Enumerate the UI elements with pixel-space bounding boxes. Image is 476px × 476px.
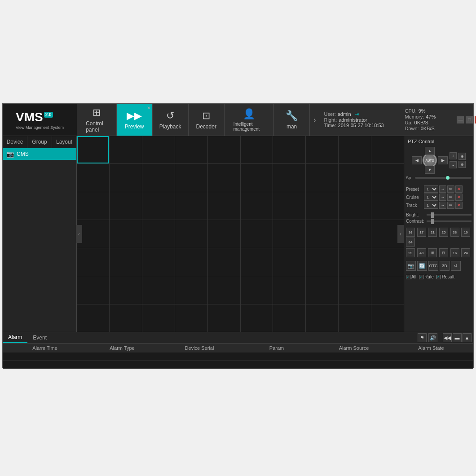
video-cell-18[interactable]: [339, 164, 371, 191]
video-cell-45[interactable]: [241, 248, 273, 276]
bottom-tab-event[interactable]: Event: [27, 333, 52, 343]
layout-48-btn[interactable]: 48: [417, 248, 426, 257]
video-cell-5[interactable]: [241, 136, 273, 163]
sidebar-tab-group[interactable]: Group: [27, 136, 52, 148]
expand-right-button[interactable]: ›: [397, 225, 404, 243]
layout-16-btn[interactable]: 16: [406, 228, 415, 237]
video-cell-55[interactable]: [241, 276, 273, 304]
track-edit-btn[interactable]: ✏: [447, 202, 454, 209]
osd-button[interactable]: OTC: [428, 261, 438, 271]
contrast-thumb[interactable]: [431, 219, 434, 224]
video-cell-38[interactable]: [339, 220, 371, 247]
video-cell-28[interactable]: [339, 192, 371, 220]
video-cell-63[interactable]: [175, 304, 207, 332]
video-cell-7[interactable]: [306, 136, 338, 163]
tab-man[interactable]: 🔧 man: [274, 104, 310, 136]
video-cell-22[interactable]: [142, 192, 175, 220]
ptz-zoom-in-button[interactable]: +: [450, 152, 457, 159]
logout-icon[interactable]: ⇥: [355, 111, 359, 117]
layout-custom1-btn[interactable]: ⊞: [428, 248, 437, 257]
preset-edit-btn[interactable]: ✏: [447, 185, 454, 193]
minimize-button[interactable]: —: [457, 116, 464, 123]
video-cell-43[interactable]: [175, 248, 207, 276]
sidebar-tab-layout[interactable]: Layout: [52, 136, 76, 148]
video-cell-60[interactable]: [77, 304, 109, 332]
preset-go-btn[interactable]: →: [439, 185, 446, 193]
alarm-sound-button[interactable]: 🔊: [428, 333, 437, 342]
cruise-delete-btn[interactable]: ✕: [455, 194, 463, 201]
preview-close-btn[interactable]: ✕: [147, 106, 150, 110]
video-cell-34[interactable]: [208, 220, 240, 247]
video-cell-49[interactable]: [371, 248, 404, 276]
video-cell-68[interactable]: [339, 304, 371, 332]
video-cell-27[interactable]: [306, 192, 338, 220]
bottom-tab-alarm[interactable]: Alarm: [3, 332, 27, 343]
video-cell-57[interactable]: [306, 276, 338, 304]
layout-16s-btn[interactable]: 16: [450, 248, 459, 257]
video-cell-50[interactable]: [77, 276, 109, 304]
video-cell-16[interactable]: [273, 164, 305, 191]
video-cell-23[interactable]: [175, 192, 207, 220]
video-cell-12[interactable]: [142, 164, 175, 191]
layout-64-btn[interactable]: 64: [406, 238, 415, 247]
video-cell-54[interactable]: [208, 276, 240, 304]
sidebar-tab-device[interactable]: Device: [3, 136, 27, 148]
video-cell-44[interactable]: [208, 248, 240, 276]
video-cell-19[interactable]: [371, 164, 404, 191]
video-cell-33[interactable]: [175, 220, 207, 247]
layout-21-btn[interactable]: 21: [428, 228, 437, 237]
tab-playback[interactable]: ↺ Playback: [153, 104, 189, 136]
video-cell-67[interactable]: [306, 304, 338, 332]
layout-36-btn[interactable]: 36: [450, 228, 459, 237]
snapshot-button[interactable]: 📷: [406, 261, 416, 271]
video-cell-51[interactable]: [110, 276, 142, 304]
ptz-zoom-out-button[interactable]: -: [450, 161, 457, 168]
cruise-edit-btn[interactable]: ✏: [447, 194, 454, 201]
video-cell-9[interactable]: [371, 136, 404, 163]
video-cell-36[interactable]: [273, 220, 305, 247]
video-cell-52[interactable]: [142, 276, 175, 304]
video-cell-6[interactable]: [273, 136, 305, 163]
track-go-btn[interactable]: →: [439, 202, 446, 209]
video-cell-47[interactable]: [306, 248, 338, 276]
video-cell-59[interactable]: [371, 276, 404, 304]
alarm-flag-button[interactable]: ⚑: [418, 333, 427, 342]
video-cell-42[interactable]: [142, 248, 175, 276]
tab-intelligent[interactable]: 👤 Intelligent management: [225, 104, 274, 136]
result-checkbox[interactable]: Result: [436, 274, 454, 279]
ptz-left-button[interactable]: ◀: [412, 156, 422, 164]
video-cell-21[interactable]: [110, 192, 142, 220]
video-cell-61[interactable]: [110, 304, 142, 332]
video-cell-35[interactable]: [241, 220, 273, 247]
preset-select[interactable]: 1 2: [424, 185, 438, 193]
tab-decoder[interactable]: ⊡ Decoder: [189, 104, 225, 136]
collapse-sidebar-button[interactable]: ‹: [76, 225, 82, 243]
video-cell-58[interactable]: [339, 276, 371, 304]
speed-thumb[interactable]: [446, 176, 450, 180]
video-cell-32[interactable]: [142, 220, 175, 247]
video-cell-62[interactable]: [142, 304, 175, 332]
video-cell-24[interactable]: [208, 192, 240, 220]
track-delete-btn[interactable]: ✕: [455, 202, 463, 209]
video-cell-11[interactable]: [110, 164, 142, 191]
layout-99-btn[interactable]: 99: [406, 248, 415, 257]
video-cell-0[interactable]: [77, 136, 109, 163]
video-cell-66[interactable]: [273, 304, 305, 332]
layout-custom2-btn[interactable]: ⊟: [439, 248, 448, 257]
restore-button[interactable]: □: [466, 116, 473, 123]
tab-control-panel[interactable]: ⊞ Control panel: [77, 104, 117, 136]
video-cell-37[interactable]: [306, 220, 338, 247]
bright-thumb[interactable]: [431, 212, 434, 218]
ptz-right-button[interactable]: ▶: [438, 156, 448, 164]
video-cell-2[interactable]: [142, 136, 175, 163]
video-cell-4[interactable]: [208, 136, 240, 163]
video-cell-1[interactable]: [110, 136, 142, 163]
video-cell-31[interactable]: [110, 220, 142, 247]
bottom-expand-button[interactable]: ▲: [463, 333, 472, 342]
layout-17-btn[interactable]: 17: [417, 228, 426, 237]
video-cell-41[interactable]: [110, 248, 142, 276]
video-cell-56[interactable]: [273, 276, 305, 304]
tab-preview[interactable]: ✕ ▶▶ Preview: [117, 104, 153, 136]
bottom-prev-button[interactable]: ◀◀: [443, 333, 452, 342]
ptz-up-button[interactable]: ▲: [425, 147, 435, 155]
